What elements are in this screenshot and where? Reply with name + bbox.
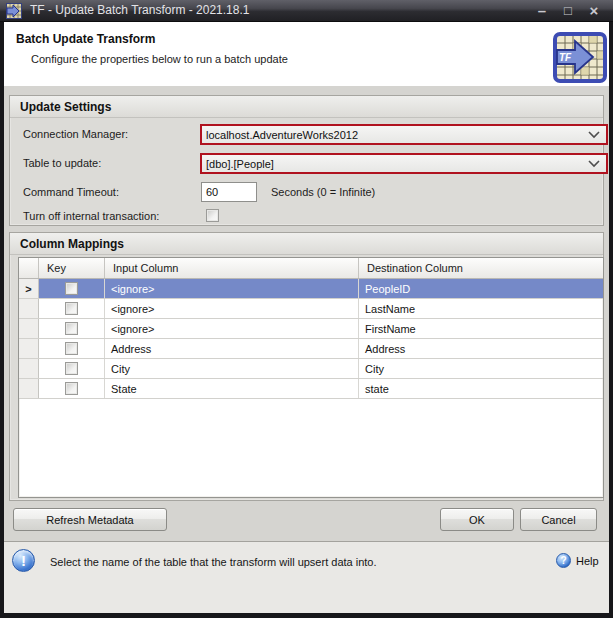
- close-button[interactable]: ×: [581, 1, 607, 21]
- destination-column-cell[interactable]: LastName: [359, 299, 603, 318]
- command-timeout-label: Command Timeout:: [23, 186, 119, 198]
- help-icon[interactable]: ?: [556, 553, 571, 568]
- internal-transaction-checkbox[interactable]: [206, 209, 219, 222]
- row-selector-header: [19, 258, 39, 278]
- grid-body: > <ignore> PeopleID <ignore> LastName <i…: [19, 279, 603, 399]
- chevron-down-icon: [588, 160, 600, 168]
- column-mappings-title: Column Mappings: [10, 233, 603, 255]
- title-bar[interactable]: TF - Update Batch Transform - 2021.18.1 …: [0, 0, 613, 22]
- dialog-window: TF - Update Batch Transform - 2021.18.1 …: [0, 0, 613, 618]
- minimize-button[interactable]: –: [529, 1, 555, 21]
- status-message: Select the name of the table that the tr…: [50, 556, 377, 568]
- maximize-button[interactable]: □: [555, 1, 581, 21]
- column-mappings-group: Column Mappings Key Input Column Destina…: [9, 232, 604, 501]
- key-cell[interactable]: [39, 379, 105, 398]
- table-to-update-value: [dbo].[People]: [206, 158, 274, 170]
- command-timeout-input[interactable]: 60: [201, 182, 257, 202]
- input-column-cell[interactable]: <ignore>: [105, 279, 359, 298]
- key-checkbox[interactable]: [65, 322, 78, 335]
- transform-icon-label: TF: [559, 52, 572, 63]
- table-row[interactable]: <ignore> FirstName: [19, 319, 603, 339]
- status-bar: ! Select the name of the table that the …: [4, 541, 609, 613]
- destination-column-header[interactable]: Destination Column: [359, 258, 603, 278]
- table-to-update-label: Table to update:: [23, 157, 101, 169]
- page-subtitle: Configure the properties below to run a …: [31, 53, 288, 65]
- dialog-header: Batch Update Transform Configure the pro…: [4, 22, 609, 86]
- input-column-cell[interactable]: <ignore>: [105, 299, 359, 318]
- cancel-button[interactable]: Cancel: [520, 508, 597, 531]
- row-selector[interactable]: [19, 359, 39, 378]
- table-row[interactable]: Address Address: [19, 339, 603, 359]
- destination-column-cell[interactable]: FirstName: [359, 319, 603, 338]
- key-cell[interactable]: [39, 359, 105, 378]
- row-selector[interactable]: [19, 299, 39, 318]
- key-cell[interactable]: [39, 279, 105, 298]
- update-settings-title: Update Settings: [10, 96, 603, 118]
- input-column-header[interactable]: Input Column: [105, 258, 359, 278]
- row-selector[interactable]: [19, 379, 39, 398]
- key-checkbox[interactable]: [65, 362, 78, 375]
- destination-column-cell[interactable]: state: [359, 379, 603, 398]
- transform-icon: TF: [553, 32, 607, 83]
- table-to-update-dropdown[interactable]: [dbo].[People]: [200, 153, 608, 174]
- row-selector[interactable]: [19, 319, 39, 338]
- input-column-cell[interactable]: <ignore>: [105, 319, 359, 338]
- destination-column-cell[interactable]: PeopleID: [359, 279, 603, 298]
- ok-button[interactable]: OK: [440, 508, 514, 531]
- key-checkbox[interactable]: [65, 302, 78, 315]
- input-column-cell[interactable]: City: [105, 359, 359, 378]
- grid-header-row: Key Input Column Destination Column: [19, 258, 603, 279]
- internal-transaction-label: Turn off internal transaction:: [23, 210, 159, 222]
- info-icon: !: [12, 549, 35, 572]
- connection-manager-dropdown[interactable]: localhost.AdventureWorks2012: [200, 124, 608, 145]
- key-checkbox[interactable]: [65, 282, 78, 295]
- window-controls: – □ ×: [529, 0, 607, 22]
- connection-manager-value: localhost.AdventureWorks2012: [206, 129, 358, 141]
- row-selector[interactable]: [19, 339, 39, 358]
- update-settings-group: Update Settings Connection Manager: loca…: [9, 95, 604, 226]
- column-mappings-grid: Key Input Column Destination Column > <i…: [18, 257, 604, 498]
- table-row[interactable]: City City: [19, 359, 603, 379]
- window-title: TF - Update Batch Transform - 2021.18.1: [30, 0, 249, 22]
- destination-column-cell[interactable]: Address: [359, 339, 603, 358]
- chevron-down-icon: [588, 131, 600, 139]
- key-checkbox[interactable]: [65, 342, 78, 355]
- table-row[interactable]: > <ignore> PeopleID: [19, 279, 603, 299]
- table-row[interactable]: State state: [19, 379, 603, 399]
- app-icon: [6, 3, 22, 19]
- key-column-header[interactable]: Key: [39, 258, 105, 278]
- page-title: Batch Update Transform: [16, 32, 155, 46]
- current-row-arrow-icon: >: [25, 283, 31, 295]
- input-column-cell[interactable]: State: [105, 379, 359, 398]
- connection-manager-label: Connection Manager:: [23, 128, 128, 140]
- dialog-body: Update Settings Connection Manager: loca…: [4, 86, 609, 613]
- key-cell[interactable]: [39, 339, 105, 358]
- command-timeout-suffix: Seconds (0 = Infinite): [271, 186, 375, 198]
- refresh-metadata-button[interactable]: Refresh Metadata: [13, 508, 167, 531]
- destination-column-cell[interactable]: City: [359, 359, 603, 378]
- help-link[interactable]: Help: [576, 555, 599, 567]
- input-column-cell[interactable]: Address: [105, 339, 359, 358]
- key-checkbox[interactable]: [65, 382, 78, 395]
- key-cell[interactable]: [39, 299, 105, 318]
- table-row[interactable]: <ignore> LastName: [19, 299, 603, 319]
- row-selector[interactable]: >: [19, 279, 39, 298]
- key-cell[interactable]: [39, 319, 105, 338]
